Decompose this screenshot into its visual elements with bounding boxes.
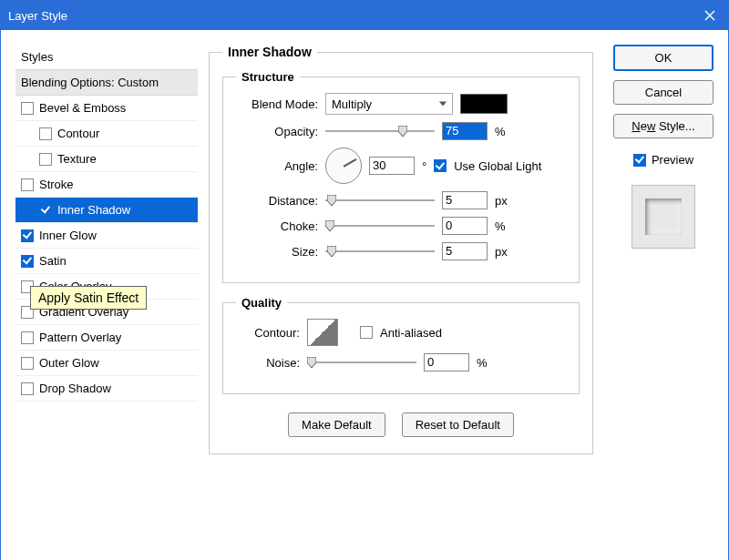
style-item-satin[interactable]: Satin [15, 249, 198, 274]
global-light-label: Use Global Light [454, 159, 541, 173]
cancel-button[interactable]: Cancel [613, 80, 714, 105]
angle-unit: ° [422, 159, 426, 173]
anti-aliased-label: Anti-aliased [380, 326, 442, 340]
angle-dial[interactable] [325, 148, 362, 184]
style-label: Pattern Overlay [39, 331, 121, 344]
size-label: Size: [236, 245, 318, 259]
opacity-input[interactable]: 75 [442, 122, 488, 140]
blend-mode-label: Blend Mode: [236, 97, 318, 111]
style-checkbox[interactable] [39, 153, 52, 166]
noise-input[interactable]: 0 [424, 353, 469, 372]
anti-aliased-checkbox[interactable] [360, 326, 373, 339]
size-unit: px [495, 245, 515, 259]
style-item-stroke[interactable]: Stroke [15, 172, 198, 198]
style-checkbox[interactable] [21, 178, 34, 191]
opacity-unit: % [495, 125, 515, 138]
reset-default-button[interactable]: Reset to Default [402, 412, 514, 437]
style-item-pattern-overlay[interactable]: Pattern Overlay [15, 325, 198, 351]
svg-marker-3 [327, 195, 336, 206]
style-label: Inner Shadow [57, 203, 130, 217]
noise-unit: % [477, 356, 497, 370]
noise-label: Noise: [236, 356, 300, 370]
blend-mode-select[interactable]: Multiply [325, 93, 453, 115]
contour-picker[interactable] [307, 319, 338, 346]
style-item-bevel-emboss[interactable]: Bevel & Emboss [15, 96, 198, 121]
style-checkbox[interactable] [21, 255, 34, 268]
quality-group: Quality Contour: Anti-aliased Noise: 0 % [222, 296, 580, 394]
window-title: Layer Style [8, 9, 692, 23]
style-checkbox[interactable] [21, 331, 34, 344]
structure-legend: Structure [236, 70, 300, 84]
ok-button[interactable]: OK [613, 45, 714, 71]
style-checkbox[interactable] [21, 357, 34, 370]
style-label: Satin [39, 254, 67, 268]
opacity-label: Opacity: [236, 125, 318, 138]
close-button[interactable] [692, 1, 728, 30]
distance-slider[interactable] [325, 195, 435, 206]
noise-slider[interactable] [307, 357, 416, 368]
choke-slider[interactable] [325, 220, 435, 231]
size-slider[interactable] [325, 246, 435, 257]
opacity-slider[interactable] [325, 126, 435, 137]
style-item-inner-glow[interactable]: Inner Glow [15, 223, 198, 249]
close-icon [704, 10, 715, 21]
svg-marker-2 [398, 126, 407, 137]
structure-group: Structure Blend Mode: Multiply Opacity: … [222, 70, 580, 283]
style-item-drop-shadow[interactable]: Drop Shadow [15, 376, 198, 402]
style-item-texture[interactable]: Texture [15, 147, 198, 172]
style-label: Inner Glow [39, 229, 97, 242]
satin-tooltip: Apply Satin Effect [30, 286, 147, 310]
style-label: Bevel & Emboss [39, 101, 126, 115]
quality-legend: Quality [236, 296, 287, 310]
svg-marker-4 [325, 220, 334, 231]
settings-panel: Inner Shadow Structure Blend Mode: Multi… [209, 45, 602, 546]
contour-label: Contour: [236, 326, 300, 340]
style-label: Stroke [39, 178, 74, 191]
style-label: Texture [57, 152, 97, 166]
angle-input[interactable]: 30 [369, 157, 415, 175]
color-swatch[interactable] [460, 94, 508, 114]
distance-unit: px [495, 194, 515, 208]
global-light-checkbox[interactable] [434, 159, 447, 172]
layer-style-dialog: Layer Style Styles Blending Options: Cus… [0, 0, 729, 560]
choke-input[interactable]: 0 [442, 217, 488, 235]
inner-shadow-group: Inner Shadow Structure Blend Mode: Multi… [209, 45, 593, 454]
preview-checkbox[interactable] [633, 154, 646, 167]
size-input[interactable]: 5 [442, 242, 488, 260]
style-checkbox[interactable] [21, 229, 34, 242]
svg-marker-5 [327, 246, 336, 257]
dialog-right-column: OK Cancel New Style... Preview [613, 45, 714, 546]
distance-input[interactable]: 5 [442, 191, 488, 209]
distance-label: Distance: [236, 194, 318, 208]
style-label: Contour [57, 127, 99, 140]
blending-options-row[interactable]: Blending Options: Custom [15, 70, 198, 96]
style-checkbox[interactable] [39, 127, 52, 140]
styles-header[interactable]: Styles [15, 45, 198, 70]
choke-unit: % [495, 219, 515, 233]
svg-marker-6 [307, 357, 316, 368]
style-item-inner-shadow[interactable]: Inner Shadow [15, 198, 198, 223]
style-checkbox[interactable] [39, 204, 52, 217]
style-label: Outer Glow [39, 356, 99, 370]
style-checkbox[interactable] [21, 102, 34, 115]
style-item-outer-glow[interactable]: Outer Glow [15, 351, 198, 376]
panel-title: Inner Shadow [222, 45, 317, 59]
style-checkbox[interactable] [21, 382, 34, 395]
choke-label: Choke: [236, 219, 318, 233]
preview-label: Preview [652, 153, 693, 167]
make-default-button[interactable]: Make Default [288, 412, 385, 437]
style-label: Drop Shadow [39, 382, 111, 395]
style-item-contour[interactable]: Contour [15, 121, 198, 147]
titlebar: Layer Style [1, 1, 728, 30]
chevron-down-icon [439, 102, 447, 107]
new-style-button[interactable]: New Style... [613, 114, 714, 138]
preview-swatch [631, 185, 695, 249]
angle-label: Angle: [236, 159, 318, 173]
